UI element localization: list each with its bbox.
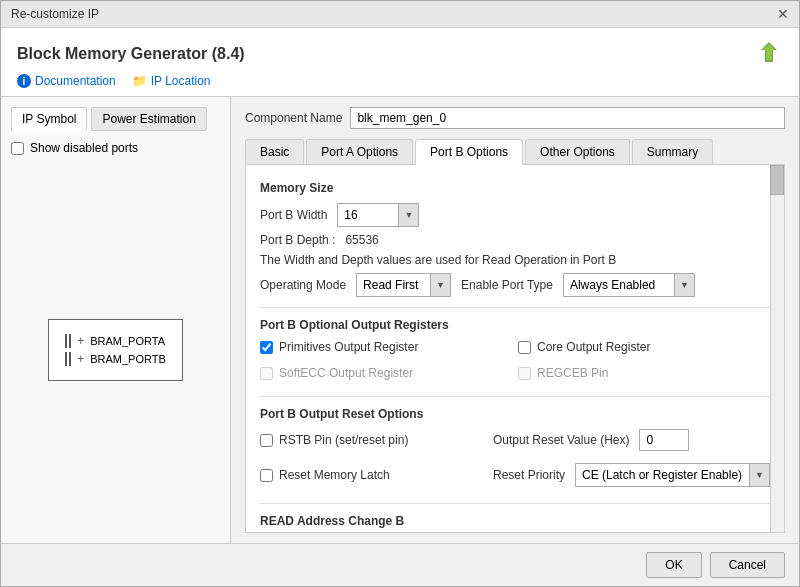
regceb-pin-checkbox[interactable] xyxy=(518,367,531,380)
reset-memory-label: Reset Memory Latch xyxy=(279,468,390,482)
tab-porta-options[interactable]: Port A Options xyxy=(306,139,413,164)
bram-portb-row: + BRAM_PORTB xyxy=(65,350,166,368)
reset-priority-arrow-icon: ▼ xyxy=(749,464,769,486)
ip-location-link[interactable]: 📁 IP Location xyxy=(132,74,211,88)
enable-port-label: Enable Port Type xyxy=(461,278,553,292)
operating-mode-select[interactable]: Read First Write First No Change xyxy=(357,275,430,295)
reset-options-title: Port B Output Reset Options xyxy=(260,407,770,421)
enable-port-select[interactable]: Always Enabled Use ENA Pin Use ENB Pin xyxy=(564,275,674,295)
app-title: Block Memory Generator (8.4) xyxy=(17,45,245,63)
output-reset-input[interactable] xyxy=(639,429,689,451)
port-b-depth-row: Port B Depth : 65536 xyxy=(260,233,770,247)
port-b-width-select-wrapper: 16 8 32 64 ▼ xyxy=(337,203,419,227)
footer: OK Cancel xyxy=(1,543,799,586)
reset-memory-checkbox[interactable] xyxy=(260,469,273,482)
port-b-width-arrow-icon: ▼ xyxy=(398,204,418,226)
bram-portb-label: BRAM_PORTB xyxy=(90,353,166,365)
read-op-info-text: The Width and Depth values are used for … xyxy=(260,253,770,267)
show-disabled-checkbox[interactable] xyxy=(11,142,24,155)
main-panel: Component Name Basic Port A Options Port… xyxy=(231,97,799,543)
sidebar: IP Symbol Power Estimation Show disabled… xyxy=(1,97,231,543)
tab-ip-symbol[interactable]: IP Symbol xyxy=(11,107,87,131)
memory-size-title: Memory Size xyxy=(260,181,770,195)
header: Block Memory Generator (8.4) i Documenta… xyxy=(1,28,799,97)
core-register-label: Core Output Register xyxy=(537,340,650,354)
divider-2 xyxy=(260,396,770,397)
port-line xyxy=(69,352,71,366)
read-address-title: READ Address Change B xyxy=(260,514,770,528)
optional-registers-title: Port B Optional Output Registers xyxy=(260,318,770,332)
titlebar: Re-customize IP ✕ xyxy=(1,1,799,28)
reset-priority-select[interactable]: CE (Latch or Register Enable) SR (Set/Re… xyxy=(576,465,749,485)
rstb-pin-row: RSTB Pin (set/reset pin) xyxy=(260,429,487,451)
bram-symbol-box: + BRAM_PORTA + BRAM_PORTB xyxy=(48,319,183,381)
divider-3 xyxy=(260,503,770,504)
port-b-depth-label: Port B Depth : xyxy=(260,233,335,247)
port-b-depth-value: 65536 xyxy=(345,233,378,247)
reset-priority-label: Reset Priority xyxy=(493,468,565,482)
register-options-grid: Primitives Output Register Core Output R… xyxy=(260,340,770,386)
ok-button[interactable]: OK xyxy=(646,552,701,578)
tab-summary[interactable]: Summary xyxy=(632,139,713,164)
folder-icon: 📁 xyxy=(132,74,147,88)
scrollbar-thumb[interactable] xyxy=(770,165,784,195)
sidebar-tabs: IP Symbol Power Estimation xyxy=(11,107,220,131)
close-button[interactable]: ✕ xyxy=(777,7,789,21)
core-register-row: Core Output Register xyxy=(518,340,770,354)
port-line xyxy=(65,334,67,348)
tab-power-estimation[interactable]: Power Estimation xyxy=(91,107,206,131)
regceb-pin-row: REGCEB Pin xyxy=(518,366,770,380)
reset-options-grid: RSTB Pin (set/reset pin) Output Reset Va… xyxy=(260,429,770,493)
port-b-width-select[interactable]: 16 8 32 64 xyxy=(338,205,398,225)
operating-mode-label: Operating Mode xyxy=(260,278,346,292)
core-register-checkbox[interactable] xyxy=(518,341,531,354)
reset-priority-row: Reset Priority CE (Latch or Register Ena… xyxy=(493,463,770,487)
portb-plus: + xyxy=(77,352,84,366)
enable-port-arrow-icon: ▼ xyxy=(674,274,694,296)
rstb-pin-checkbox[interactable] xyxy=(260,434,273,447)
tabs-bar: Basic Port A Options Port B Options Othe… xyxy=(245,139,785,165)
tab-basic[interactable]: Basic xyxy=(245,139,304,164)
output-reset-row: Output Reset Value (Hex) xyxy=(493,429,770,451)
softecc-register-checkbox[interactable] xyxy=(260,367,273,380)
portb-lines xyxy=(65,352,71,366)
porta-plus: + xyxy=(77,334,84,348)
header-title-row: Block Memory Generator (8.4) xyxy=(17,40,783,68)
documentation-link[interactable]: i Documentation xyxy=(17,74,116,88)
reset-memory-row: Reset Memory Latch xyxy=(260,463,487,487)
rstb-pin-label: RSTB Pin (set/reset pin) xyxy=(279,433,408,447)
tab-other-options[interactable]: Other Options xyxy=(525,139,630,164)
cancel-button[interactable]: Cancel xyxy=(710,552,785,578)
component-name-label: Component Name xyxy=(245,111,342,125)
primitives-register-checkbox[interactable] xyxy=(260,341,273,354)
scrollbar-track[interactable] xyxy=(770,165,784,532)
porta-lines xyxy=(65,334,71,348)
tab-content-portb: Memory Size Port B Width 16 8 32 64 ▼ xyxy=(245,165,785,533)
window-title: Re-customize IP xyxy=(11,7,99,21)
content-area: IP Symbol Power Estimation Show disabled… xyxy=(1,97,799,543)
info-icon: i xyxy=(17,74,31,88)
output-reset-label: Output Reset Value (Hex) xyxy=(493,433,630,447)
operating-mode-arrow-icon: ▼ xyxy=(430,274,450,296)
enable-port-select-wrapper: Always Enabled Use ENA Pin Use ENB Pin ▼ xyxy=(563,273,695,297)
divider-1 xyxy=(260,307,770,308)
show-disabled-row: Show disabled ports xyxy=(11,141,220,155)
regceb-pin-label: REGCEB Pin xyxy=(537,366,608,380)
operating-mode-row: Operating Mode Read First Write First No… xyxy=(260,273,770,297)
softecc-register-row: SoftECC Output Register xyxy=(260,366,512,380)
operating-mode-select-wrapper: Read First Write First No Change ▼ xyxy=(356,273,451,297)
vivado-logo-icon xyxy=(755,40,783,68)
component-name-input[interactable] xyxy=(350,107,785,129)
bram-porta-row: + BRAM_PORTA xyxy=(65,332,166,350)
primitives-register-row: Primitives Output Register xyxy=(260,340,512,354)
port-b-width-row: Port B Width 16 8 32 64 ▼ xyxy=(260,203,770,227)
bram-porta-label: BRAM_PORTA xyxy=(90,335,165,347)
primitives-register-label: Primitives Output Register xyxy=(279,340,418,354)
main-window: Re-customize IP ✕ Block Memory Generator… xyxy=(0,0,800,587)
reset-priority-select-wrapper: CE (Latch or Register Enable) SR (Set/Re… xyxy=(575,463,770,487)
softecc-register-label: SoftECC Output Register xyxy=(279,366,413,380)
port-line xyxy=(65,352,67,366)
header-links: i Documentation 📁 IP Location xyxy=(17,74,783,88)
port-line xyxy=(69,334,71,348)
tab-portb-options[interactable]: Port B Options xyxy=(415,139,523,165)
